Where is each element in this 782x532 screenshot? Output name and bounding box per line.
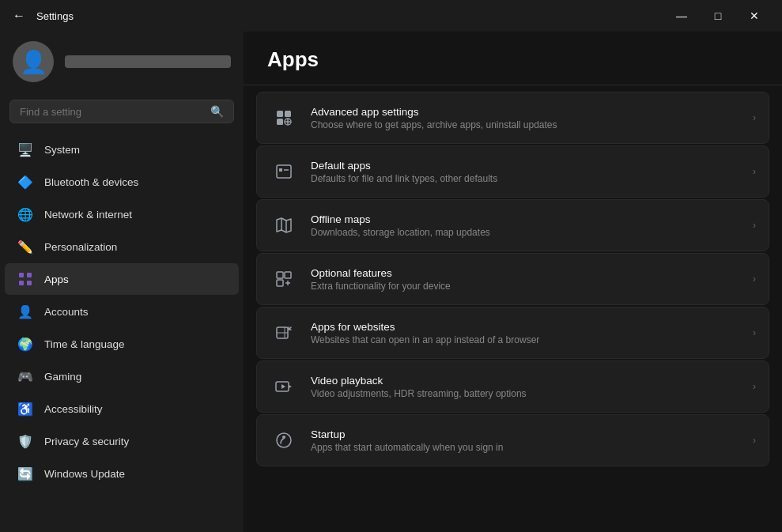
settings-item-text: Apps for websites Websites that can open…: [311, 321, 539, 345]
user-section: 👤: [0, 32, 244, 92]
chevron-icon: ›: [753, 381, 756, 392]
sidebar-item-time[interactable]: 🌍 Time & language: [5, 328, 239, 360]
sidebar-item-accounts[interactable]: 👤 Accounts: [5, 296, 239, 327]
video-playback-icon: [270, 372, 298, 401]
chevron-icon: ›: [753, 327, 756, 338]
settings-item-text: Optional features Extra functionality fo…: [311, 267, 451, 292]
default-apps-icon: [270, 157, 298, 186]
settings-item-title: Offline maps: [311, 213, 490, 225]
chevron-icon: ›: [753, 166, 756, 177]
search-icon: 🔍: [210, 105, 224, 118]
settings-item-text: Advanced app settings Choose where to ge…: [311, 106, 557, 130]
sidebar-item-bluetooth[interactable]: 🔷 Bluetooth & devices: [5, 166, 239, 198]
title-bar-left: ← Settings: [9, 6, 74, 26]
svg-rect-6: [277, 119, 283, 125]
svg-rect-18: [277, 280, 283, 286]
chevron-icon: ›: [753, 435, 756, 446]
update-icon: 🔄: [17, 466, 33, 481]
sidebar-item-label: Gaming: [44, 371, 81, 383]
settings-item-title: Video playback: [311, 375, 527, 387]
settings-item-title: Optional features: [311, 267, 451, 279]
sidebar-item-label: Accounts: [44, 306, 89, 318]
svg-rect-17: [285, 272, 291, 278]
sidebar-item-label: Accessibility: [44, 403, 103, 415]
user-name: [65, 55, 231, 68]
chevron-icon: ›: [753, 220, 756, 231]
avatar: 👤: [13, 41, 54, 82]
accounts-icon: 👤: [17, 304, 33, 319]
maximize-button[interactable]: □: [700, 3, 736, 28]
sidebar-item-gaming[interactable]: 🎮 Gaming: [5, 360, 239, 392]
search-input[interactable]: [20, 106, 204, 118]
svg-marker-23: [289, 385, 292, 388]
personalization-icon: ✏️: [17, 239, 33, 255]
settings-item-text: Offline maps Downloads, storage location…: [311, 213, 490, 238]
sidebar-item-system[interactable]: 🖥️ System: [5, 134, 239, 165]
time-icon: 🌍: [17, 336, 33, 352]
sidebar-item-accessibility[interactable]: ♿ Accessibility: [5, 393, 239, 424]
close-button[interactable]: ✕: [736, 3, 773, 28]
sidebar-item-label: Network & internet: [44, 209, 132, 221]
svg-rect-1: [27, 273, 32, 277]
content-area: Apps Adva: [244, 32, 782, 532]
nav-menu: 🖥️ System 🔷 Bluetooth & devices 🌐 Networ…: [0, 133, 244, 490]
settings-item-left: Apps for websites Websites that can open…: [270, 319, 753, 347]
settings-item-startup[interactable]: Startup Apps that start automatically wh…: [256, 414, 769, 466]
search-box[interactable]: 🔍: [9, 100, 234, 123]
svg-rect-0: [19, 273, 24, 277]
title-bar-controls: — □ ✕: [663, 3, 773, 28]
advanced-apps-icon: [270, 104, 298, 132]
settings-item-desc: Downloads, storage location, map updates: [311, 227, 490, 238]
sidebar-item-network[interactable]: 🌐 Network & internet: [5, 198, 239, 230]
settings-item-default-apps[interactable]: Default apps Defaults for file and link …: [256, 145, 769, 198]
sidebar-item-apps[interactable]: Apps: [5, 263, 239, 295]
settings-item-apps-for-websites[interactable]: Apps for websites Websites that can open…: [256, 307, 769, 359]
settings-item-title: Advanced app settings: [311, 106, 557, 118]
svg-rect-5: [285, 111, 291, 117]
settings-item-desc: Choose where to get apps, archive apps, …: [311, 119, 557, 130]
settings-item-left: Offline maps Downloads, storage location…: [270, 211, 753, 240]
svg-marker-24: [281, 384, 285, 389]
settings-item-desc: Defaults for file and link types, other …: [311, 173, 497, 184]
sidebar-item-label: Personalization: [44, 241, 117, 253]
settings-item-optional-features[interactable]: Optional features Extra functionality fo…: [256, 253, 769, 305]
minimize-button[interactable]: —: [663, 3, 700, 28]
svg-marker-13: [277, 218, 291, 232]
gaming-icon: 🎮: [17, 368, 33, 384]
window-title: Settings: [36, 10, 74, 22]
sidebar-item-label: Windows Update: [44, 468, 125, 480]
sidebar-item-label: Privacy & security: [44, 436, 129, 447]
chevron-icon: ›: [753, 112, 756, 123]
svg-rect-16: [277, 272, 283, 278]
back-button[interactable]: ←: [9, 6, 28, 26]
settings-item-video-playback[interactable]: Video playback Video adjustments, HDR st…: [256, 360, 769, 413]
chevron-icon: ›: [753, 274, 756, 285]
settings-item-text: Default apps Defaults for file and link …: [311, 160, 497, 184]
svg-rect-4: [277, 111, 283, 117]
settings-item-desc: Video adjustments, HDR streaming, batter…: [311, 388, 527, 399]
title-bar: ← Settings — □ ✕: [0, 0, 782, 32]
offline-maps-icon: [270, 211, 298, 240]
sidebar-item-privacy[interactable]: 🛡️ Privacy & security: [5, 425, 239, 457]
sidebar-item-personalization[interactable]: ✏️ Personalization: [5, 231, 239, 262]
settings-item-advanced-apps[interactable]: Advanced app settings Choose where to ge…: [256, 92, 769, 144]
sidebar-item-label: Apps: [44, 274, 69, 285]
privacy-icon: 🛡️: [17, 433, 33, 449]
settings-item-left: Video playback Video adjustments, HDR st…: [270, 372, 753, 401]
apps-icon: [17, 271, 33, 287]
settings-item-desc: Websites that can open in an app instead…: [311, 334, 539, 345]
settings-item-left: Advanced app settings Choose where to ge…: [270, 104, 753, 132]
settings-item-title: Apps for websites: [311, 321, 539, 333]
system-icon: 🖥️: [17, 141, 33, 157]
settings-item-left: Optional features Extra functionality fo…: [270, 265, 753, 293]
svg-rect-11: [279, 168, 282, 172]
sidebar: 👤 🔍 🖥️ System 🔷 Bluetooth & devices 🌐 Ne…: [0, 32, 244, 532]
settings-item-title: Default apps: [311, 160, 497, 172]
sidebar-item-update[interactable]: 🔄 Windows Update: [5, 458, 239, 489]
red-arrow-annotation: ➜: [244, 425, 721, 455]
bluetooth-icon: 🔷: [17, 174, 33, 190]
svg-rect-2: [19, 281, 24, 285]
user-avatar-icon: 👤: [20, 49, 47, 75]
settings-item-text: Video playback Video adjustments, HDR st…: [311, 375, 527, 399]
settings-item-offline-maps[interactable]: Offline maps Downloads, storage location…: [256, 199, 769, 251]
